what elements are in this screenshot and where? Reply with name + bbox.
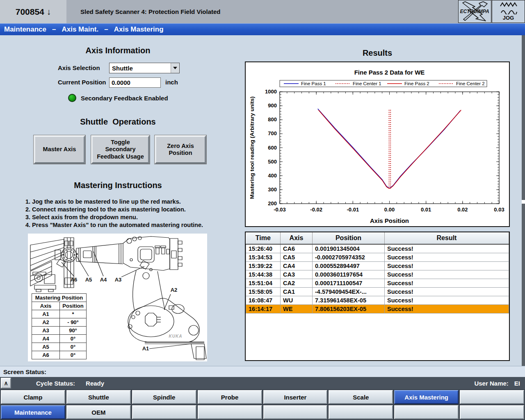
axis-selection-dropdown[interactable]: Shuttle xyxy=(109,63,180,73)
joint-label-a1: A1 xyxy=(142,345,149,352)
zero-axis-position-button[interactable]: Zero Axis Position xyxy=(155,135,206,164)
toggle-secondary-feedback-button[interactable]: Toggle Secondary Feedback Usage xyxy=(91,135,150,164)
chart-panel: Fine Pass 2 Data for WEFine Pass 1Fine C… xyxy=(245,61,510,227)
svg-text:800: 800 xyxy=(268,116,277,123)
alarm-message: Sled Safety Scanner 4: Protection Field … xyxy=(80,0,220,23)
nav-empty-button[interactable] xyxy=(329,405,393,419)
jog-waveform-icon xyxy=(500,2,518,14)
current-position-label: Current Position xyxy=(58,79,106,86)
mastering-table-header: Axis Position xyxy=(32,302,87,310)
alarm-number: 700854 xyxy=(16,7,44,17)
breadcrumb-separator: – xyxy=(104,25,108,34)
breadcrumb-item-axis-maint[interactable]: Axis Maint. xyxy=(62,25,98,34)
joint-label-a2: A2 xyxy=(171,287,178,293)
nav-axis-mastering-button[interactable]: Axis Mastering xyxy=(394,390,459,404)
svg-text:700: 700 xyxy=(268,130,277,136)
svg-text:1000: 1000 xyxy=(265,89,277,95)
hammer-lightning-logo-icon: ECTROIMPA xyxy=(459,0,491,23)
master-axis-button[interactable]: Master Axis xyxy=(34,135,85,164)
table-row[interactable]: 15:39:22CA40.000552894497Success! xyxy=(246,262,509,270)
svg-text:0.03: 0.03 xyxy=(494,207,504,213)
breadcrumb-item-axis-mastering[interactable]: Axis Mastering xyxy=(114,25,164,34)
dropdown-arrow-icon[interactable] xyxy=(171,63,179,73)
results-table-header: TimeAxisPositionResult xyxy=(246,232,509,244)
svg-text:Axis Position: Axis Position xyxy=(370,217,409,224)
nav-empty-button[interactable] xyxy=(198,405,262,419)
svg-text:600: 600 xyxy=(268,145,277,151)
nav-maintenance-button[interactable]: Maintenance xyxy=(1,405,65,419)
instruction-step: 4. Press "Master Axis" to run the automa… xyxy=(25,221,218,229)
table-row[interactable]: 15:34:53CA5-0.0002705974352Success! xyxy=(246,253,509,262)
mastering-table-title: Mastering Position xyxy=(32,294,87,302)
nav-oem-button[interactable]: OEM xyxy=(66,405,131,419)
svg-text:-0.02: -0.02 xyxy=(310,207,322,213)
svg-text:-0.01: -0.01 xyxy=(347,207,359,213)
nav-probe-button[interactable]: Probe xyxy=(198,390,262,404)
alarm-dropdown-arrow-icon[interactable]: ↓ xyxy=(47,7,51,17)
table-row[interactable]: 15:51:04CA20.0001711100547Success! xyxy=(246,279,509,288)
nav-empty-button[interactable] xyxy=(460,390,524,404)
jog-label: JOG xyxy=(503,15,514,21)
axis-selection-label: Axis Selection xyxy=(58,64,100,71)
nav-spindle-button[interactable]: Spindle xyxy=(132,390,196,404)
breadcrumb: Maintenance – Axis Maint. – Axis Masteri… xyxy=(0,23,525,35)
nav-clamp-button[interactable]: Clamp xyxy=(1,390,65,404)
right-edge-scrollbar[interactable] xyxy=(522,35,525,366)
screen-status-bar: Screen Status: xyxy=(0,366,525,377)
instruction-step: 2. Connect mastering tool to the axis ma… xyxy=(25,206,218,213)
svg-text:500: 500 xyxy=(268,159,277,165)
table-row[interactable]: 15:26:40CA60.001901345004Success! xyxy=(246,244,509,253)
shuttle-operations-title: Shuttle Operations xyxy=(37,117,199,127)
nav-scale-button[interactable]: Scale xyxy=(329,390,393,404)
collapse-button[interactable]: ∧ xyxy=(1,378,11,388)
mastering-instructions-title: Mastering Instructions xyxy=(37,181,199,190)
electroimpact-logo-button[interactable]: ECTROIMPA xyxy=(458,0,491,23)
robot-diagram-panel: A6 A5 A4 A3 A2 A1 KUKA Mastering Positio… xyxy=(28,234,207,361)
svg-text:Fine Center 1: Fine Center 1 xyxy=(353,81,381,86)
mastering-table-row: A40° xyxy=(32,335,87,343)
table-row[interactable]: 15:44:38CA30.0003601197654Success! xyxy=(246,270,509,279)
mastering-table-row: A50° xyxy=(32,343,87,351)
nav-shuttle-button[interactable]: Shuttle xyxy=(66,390,131,404)
svg-text:Fine Pass 1: Fine Pass 1 xyxy=(301,81,326,86)
svg-text:0.01: 0.01 xyxy=(421,207,431,213)
table-row[interactable]: 15:58:05CA1-4.579409454EX-...Success! xyxy=(246,288,509,296)
breadcrumb-item-maintenance[interactable]: Maintenance xyxy=(4,25,46,34)
hmi-screen: 700854 ↓ Sled Safety Scanner 4: Protecti… xyxy=(0,0,525,420)
results-table-panel: TimeAxisPositionResult 15:26:40CA60.0019… xyxy=(245,232,510,361)
secondary-feedback-label: Secondary Feedback Enabled xyxy=(81,95,168,102)
nav-inserter-button[interactable]: Inserter xyxy=(263,390,328,404)
nav-empty-button[interactable] xyxy=(263,405,328,419)
table-row[interactable]: 16:14:17WE7.806156203EX-05Success! xyxy=(246,305,509,313)
svg-text:-0.03: -0.03 xyxy=(274,207,286,213)
nav-empty-button[interactable] xyxy=(460,405,524,419)
axis-selection-value: Shuttle xyxy=(110,65,171,72)
current-position-field[interactable]: 0.0000 xyxy=(109,77,161,88)
bottom-navigation: ClampShuttleSpindleProbeInserterScaleAxi… xyxy=(0,389,525,420)
fine-pass-chart: Fine Pass 2 Data for WEFine Pass 1Fine C… xyxy=(246,62,509,226)
nav-empty-button[interactable] xyxy=(132,405,196,419)
alarm-number-button[interactable]: 700854 ↓ xyxy=(0,0,66,23)
instruction-step: 1. Jog the axis to be mastered to line u… xyxy=(25,198,218,206)
svg-text:ECTROIMPA: ECTROIMPA xyxy=(460,9,489,14)
cycle-status-label: Cycle Status: xyxy=(36,380,75,387)
nav-empty-button[interactable] xyxy=(394,405,459,419)
joint-label-a4: A4 xyxy=(100,277,107,283)
top-alarm-bar: 700854 ↓ Sled Safety Scanner 4: Protecti… xyxy=(0,0,525,23)
svg-text:200: 200 xyxy=(268,200,277,207)
mastering-table-row: A390° xyxy=(32,327,87,335)
svg-text:0.00: 0.00 xyxy=(384,207,395,213)
results-table: TimeAxisPositionResult 15:26:40CA60.0019… xyxy=(246,232,509,313)
svg-text:400: 400 xyxy=(268,173,277,179)
svg-text:0.02: 0.02 xyxy=(457,207,468,213)
mastering-position-table: Mastering Position Axis Position A1*A2- … xyxy=(32,293,87,359)
results-table-body: 15:26:40CA60.001901345004Success!15:34:5… xyxy=(246,244,509,313)
svg-text:Fine Center 2: Fine Center 2 xyxy=(456,81,485,86)
jog-mode-button[interactable]: JOG xyxy=(492,0,525,23)
svg-text:900: 900 xyxy=(268,102,277,109)
screen-status-label: Screen Status: xyxy=(3,368,46,375)
joint-label-a5: A5 xyxy=(85,277,92,283)
collapse-chevron-icon: ∧ xyxy=(4,380,8,386)
table-row[interactable]: 16:08:47WU7.315961458EX-05Success! xyxy=(246,296,509,305)
secondary-feedback-led-icon xyxy=(68,94,76,102)
